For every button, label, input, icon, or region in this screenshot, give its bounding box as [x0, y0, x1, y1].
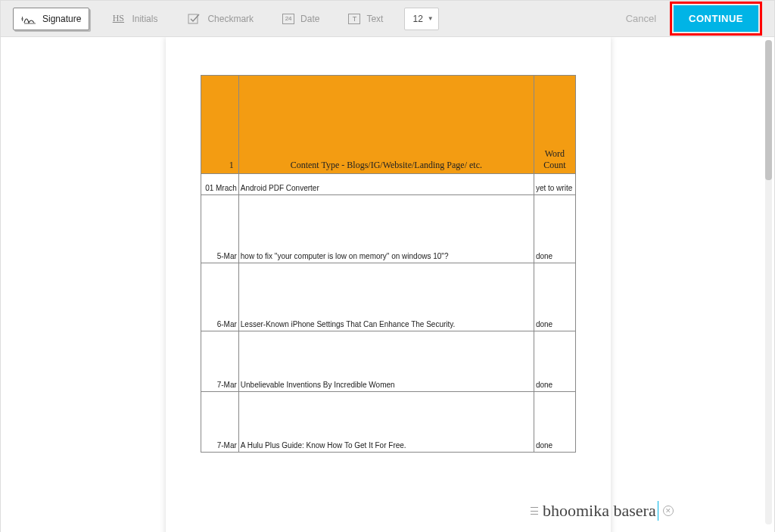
scrollbar[interactable]: [765, 40, 772, 524]
checkmark-label: Checkmark: [207, 14, 254, 24]
toolbar: Signature HS Initials Checkmark 24 Date …: [1, 1, 774, 37]
table-row: 01 MrachAndroid PDF Converteryet to writ…: [201, 174, 576, 195]
cell-content: Lesser-Known iPhone Settings That Can En…: [238, 263, 534, 331]
table-row: 7-MarUnbelievable Inventions By Incredib…: [201, 331, 576, 392]
cell-date: 5-Mar: [201, 195, 239, 263]
date-icon: 24: [282, 14, 294, 24]
header-col2: Content Type - Blogs/IG/Website/Landing …: [238, 76, 534, 174]
cell-date: 01 Mrach: [201, 174, 239, 195]
chevron-down-icon: ▼: [428, 15, 434, 22]
cell-status: yet to write: [534, 174, 575, 195]
cell-status: done: [534, 263, 575, 331]
cell-status: done: [534, 195, 575, 263]
cell-content: Android PDF Converter: [238, 174, 534, 195]
continue-button[interactable]: CONTINUE: [674, 5, 758, 32]
header-col3: Word Count: [534, 76, 575, 174]
content-table: 1 Content Type - Blogs/IG/Website/Landin…: [201, 75, 576, 453]
checkmark-button[interactable]: Checkmark: [179, 8, 261, 30]
header-col1: 1: [201, 76, 239, 174]
cell-content: Unbelievable Inventions By Incredible Wo…: [238, 331, 534, 392]
cell-date: 6-Mar: [201, 263, 239, 331]
text-icon: T: [348, 14, 360, 24]
cell-content: how to fix "your computer is low on memo…: [238, 195, 534, 263]
signature-label: Signature: [42, 14, 81, 24]
date-button[interactable]: 24 Date: [275, 8, 327, 30]
cell-date: 7-Mar: [201, 392, 239, 453]
text-label: Text: [366, 14, 383, 24]
table-row: 7-MarA Hulu Plus Guide: Know How To Get …: [201, 392, 576, 453]
continue-highlight: CONTINUE: [670, 2, 762, 36]
initials-icon: HS: [110, 12, 126, 26]
document-page[interactable]: 1 Content Type - Blogs/IG/Website/Landin…: [166, 37, 611, 532]
cell-date: 7-Mar: [201, 331, 239, 392]
signature-widget[interactable]: bhoomika basera ✕: [531, 501, 674, 521]
initials-button[interactable]: HS Initials: [103, 8, 165, 30]
cancel-button[interactable]: Cancel: [626, 13, 656, 24]
table-row: 6-MarLesser-Known iPhone Settings That C…: [201, 263, 576, 331]
cell-status: done: [534, 392, 575, 453]
scrollbar-thumb[interactable]: [765, 40, 772, 180]
document-area: 1 Content Type - Blogs/IG/Website/Landin…: [1, 37, 774, 532]
checkmark-icon: [186, 12, 201, 26]
text-button[interactable]: T Text: [341, 8, 391, 30]
font-size-value: 12: [412, 14, 422, 24]
signature-icon: [21, 12, 36, 26]
cell-status: done: [534, 331, 575, 392]
svg-rect-1: [188, 14, 198, 23]
drag-handle-icon[interactable]: [531, 507, 538, 515]
initials-label: Initials: [132, 14, 157, 24]
signature-text[interactable]: bhoomika basera: [543, 501, 658, 521]
font-size-select[interactable]: 12 ▼: [404, 8, 438, 30]
signature-button[interactable]: Signature: [13, 8, 89, 30]
date-label: Date: [300, 14, 319, 24]
close-icon[interactable]: ✕: [663, 506, 674, 516]
cell-content: A Hulu Plus Guide: Know How To Get It Fo…: [238, 392, 534, 453]
table-row: 5-Marhow to fix "your computer is low on…: [201, 195, 576, 263]
